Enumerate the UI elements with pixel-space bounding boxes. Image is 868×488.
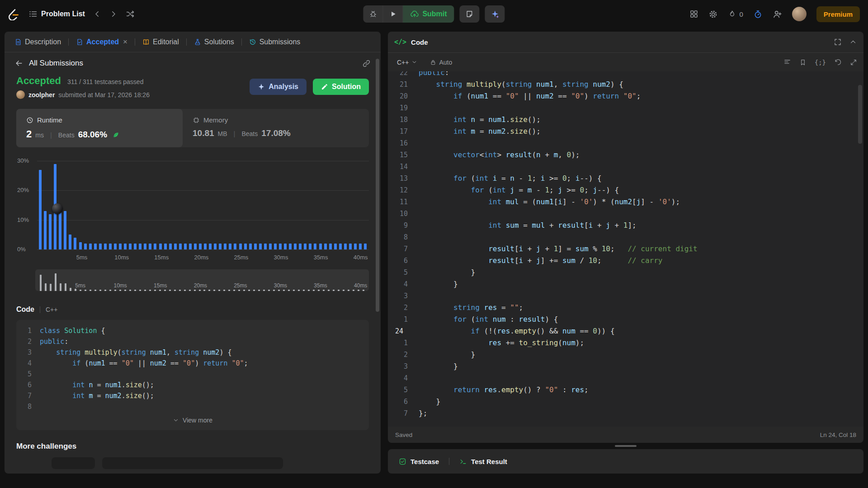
code-editor-panel: </> Code C++ <box>388 32 863 443</box>
chart-bar <box>274 244 277 249</box>
brush-bar <box>223 290 225 291</box>
brush-bar <box>164 290 166 291</box>
timer-icon[interactable] <box>753 9 763 19</box>
brush-bar <box>149 290 151 291</box>
challenge-card[interactable] <box>102 457 283 469</box>
x-tick-label: 5ms <box>76 254 88 261</box>
gridline: 0% <box>37 249 369 250</box>
next-problem-icon[interactable] <box>109 10 118 18</box>
scrollbar-thumb[interactable] <box>376 59 379 312</box>
streak-flame[interactable]: 0 <box>728 10 743 19</box>
braces-icon[interactable]: {;} <box>815 59 826 66</box>
debug-button[interactable] <box>363 5 383 23</box>
settings-gear-icon[interactable] <box>708 9 718 19</box>
brush-bar <box>119 290 121 291</box>
undo-icon[interactable] <box>834 58 842 66</box>
terminal-icon <box>459 458 467 465</box>
brush-bar <box>313 290 315 291</box>
brush-bar <box>288 290 290 291</box>
lock-icon <box>430 59 436 66</box>
brush-bar <box>70 288 71 291</box>
avatar[interactable] <box>792 7 807 21</box>
runtime-stat[interactable]: Runtime 2 ms | Beats 68.06% <box>16 109 183 147</box>
tab-test-result[interactable]: Test Result <box>456 455 511 468</box>
topbar: Problem List <box>0 0 868 28</box>
chart-bar <box>79 242 82 249</box>
run-button[interactable] <box>383 5 403 23</box>
problem-list-button[interactable]: Problem List <box>28 9 85 19</box>
line-number: 2 <box>388 302 419 314</box>
chart-bar <box>174 244 177 249</box>
prev-problem-icon[interactable] <box>93 10 101 18</box>
tab-editorial[interactable]: Editorial <box>139 35 183 49</box>
panel-resize-handle[interactable] <box>615 445 637 447</box>
tab-divider <box>449 458 449 465</box>
code-line: 22public: <box>388 71 863 79</box>
code-line: 8 <box>388 231 863 243</box>
challenge-card[interactable] <box>52 457 95 469</box>
chart-bar <box>39 170 42 249</box>
code-editor-area[interactable]: 22public:21 string multiply(string num1,… <box>388 71 863 427</box>
runtime-beats: 68.06% <box>78 130 107 140</box>
chart-bar <box>149 244 151 249</box>
fullscreen-icon[interactable] <box>834 38 842 46</box>
copy-link-icon[interactable] <box>362 59 371 68</box>
leetcode-logo-icon[interactable] <box>8 8 20 20</box>
chart-bar <box>239 244 242 249</box>
collapse-chevron-up-icon[interactable] <box>849 38 857 46</box>
close-tab-icon[interactable]: × <box>123 38 127 47</box>
auto-toggle[interactable]: Auto <box>430 59 452 66</box>
debug-icon <box>369 10 377 18</box>
submit-button[interactable]: Submit <box>403 5 454 23</box>
chart-brush[interactable]: 5ms10ms15ms20ms25ms30ms35ms40ms <box>35 269 369 291</box>
line-number: 8 <box>388 231 419 243</box>
problem-list-icon <box>28 9 38 19</box>
username[interactable]: zoolpher <box>28 91 55 99</box>
scrollbar-thumb[interactable] <box>858 85 862 144</box>
invite-user-icon[interactable] <box>773 9 782 19</box>
ai-assistant-button[interactable] <box>485 5 505 23</box>
format-code-icon[interactable] <box>783 58 791 66</box>
brush-bar <box>114 290 116 291</box>
layout-grid-icon[interactable] <box>689 9 698 19</box>
brush-bar <box>213 290 215 291</box>
code-line: 18 int n = num1.size(); <box>388 114 863 126</box>
line-number: 4 <box>388 372 419 384</box>
brush-bar <box>353 290 354 291</box>
submitted-at: submitted at Mar 17, 2026 18:26 <box>58 91 150 99</box>
tab-testcase[interactable]: Testcase <box>395 455 443 468</box>
chart-bar <box>59 211 61 249</box>
expand-icon[interactable] <box>850 59 857 66</box>
language-selector[interactable]: C++ <box>394 57 420 68</box>
line-number: 6 <box>16 380 40 390</box>
premium-button[interactable]: Premium <box>816 6 860 22</box>
all-submissions-label[interactable]: All Submissions <box>29 59 83 68</box>
notes-button[interactable] <box>460 5 480 23</box>
view-more-label: View more <box>183 417 212 424</box>
analysis-button[interactable]: Analysis <box>250 79 307 95</box>
chart-bar <box>69 235 71 249</box>
code-line: 6 } <box>388 396 863 408</box>
solution-button[interactable]: Solution <box>313 79 369 95</box>
code-line: 3 string multiply(string num1, string nu… <box>16 347 369 358</box>
code-line: 7}; <box>388 408 863 419</box>
shuffle-icon[interactable] <box>126 9 135 19</box>
tab-accepted[interactable]: Accepted × <box>72 35 131 49</box>
memory-beats: 17.08% <box>261 128 290 138</box>
line-number: 24 <box>388 325 419 337</box>
tab-submissions[interactable]: Submissions <box>245 35 304 49</box>
tab-solutions[interactable]: Solutions <box>190 35 238 49</box>
chart-bar <box>319 244 322 249</box>
memory-stat[interactable]: Memory 10.81 MB | Beats 17.08% <box>183 109 349 147</box>
play-icon <box>389 10 396 18</box>
brush-bar <box>80 290 81 291</box>
tab-description[interactable]: Description <box>11 35 65 49</box>
back-arrow-icon[interactable] <box>14 59 24 68</box>
chart-bar <box>94 244 97 249</box>
view-more-button[interactable]: View more <box>16 412 369 427</box>
x-tick-label: 10ms <box>114 282 127 289</box>
code-line: 6 int n = num1.size(); <box>16 380 369 390</box>
brush-bar <box>75 289 76 291</box>
memory-label: Memory <box>203 116 228 124</box>
bookmark-icon[interactable] <box>799 59 807 66</box>
